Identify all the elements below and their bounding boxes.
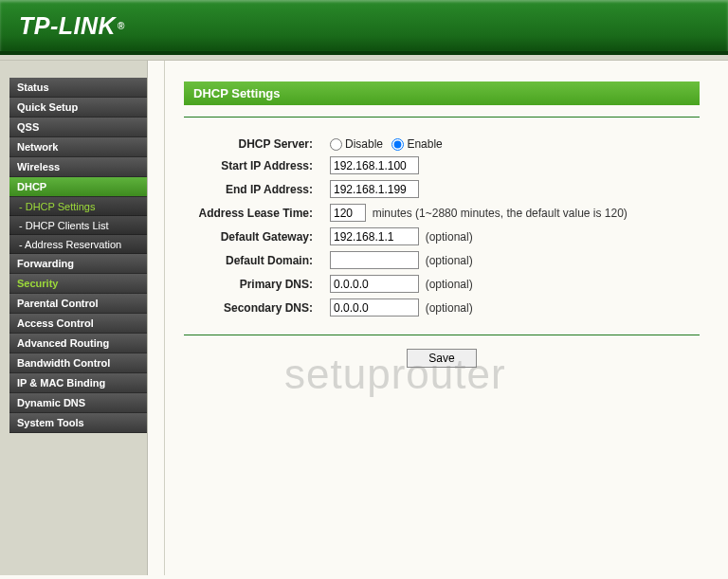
sidebar-sub-address-reservation[interactable]: - Address Reservation (9, 235, 147, 254)
brand-text: TP-LINK (19, 12, 116, 40)
save-button[interactable]: Save (407, 349, 476, 368)
sidebar-item-system-tools[interactable]: System Tools (9, 413, 147, 433)
radio-enable-wrap[interactable]: Enable (391, 137, 442, 151)
column-divider (148, 61, 165, 575)
panel-title: DHCP Settings (184, 81, 700, 105)
label-dhcp-server: DHCP Server: (184, 135, 326, 154)
sidebar-sub-dhcp-settings[interactable]: - DHCP Settings (9, 197, 147, 216)
label-gateway: Default Gateway: (184, 225, 326, 248)
radio-enable-label: Enable (407, 137, 442, 151)
sidebar-item-access-control[interactable]: Access Control (9, 314, 147, 334)
sidebar-item-qss[interactable]: QSS (9, 118, 147, 137)
note-pdns: (optional) (426, 278, 473, 291)
app-header: TP-LINK® (0, 0, 728, 55)
label-start-ip: Start IP Address: (184, 154, 326, 177)
label-pdns: Primary DNS: (184, 272, 326, 296)
sidebar: Status Quick Setup QSS Network Wireless … (0, 61, 148, 575)
input-sdns[interactable] (330, 299, 419, 317)
sidebar-item-advanced-routing[interactable]: Advanced Routing (9, 334, 147, 353)
radio-enable[interactable] (391, 138, 404, 151)
sidebar-item-ip-mac[interactable]: IP & MAC Binding (9, 373, 147, 393)
radio-disable-wrap[interactable]: Disable (330, 137, 383, 151)
input-end-ip[interactable] (330, 180, 419, 198)
label-end-ip: End IP Address: (184, 177, 326, 201)
note-domain: (optional) (426, 254, 473, 267)
note-lease: minutes (1~2880 minutes, the default val… (373, 207, 628, 220)
sidebar-item-dhcp[interactable]: DHCP (9, 177, 147, 197)
panel-divider-top (184, 117, 700, 118)
sidebar-item-network[interactable]: Network (9, 137, 147, 157)
sidebar-item-bandwidth[interactable]: Bandwidth Control (9, 353, 147, 373)
label-lease: Address Lease Time: (184, 201, 326, 225)
input-lease[interactable] (330, 204, 366, 222)
registered-icon: ® (118, 21, 125, 31)
content-panel: DHCP Settings DHCP Server: Disable Enabl… (165, 61, 728, 575)
note-gateway: (optional) (426, 230, 473, 244)
radio-disable[interactable] (330, 138, 342, 151)
sidebar-sub-dhcp-clients[interactable]: - DHCP Clients List (9, 216, 147, 235)
sidebar-item-status[interactable]: Status (9, 78, 147, 98)
input-domain[interactable] (330, 251, 419, 269)
input-gateway[interactable] (330, 227, 419, 245)
sidebar-item-quick-setup[interactable]: Quick Setup (9, 98, 147, 118)
brand-logo: TP-LINK® (19, 12, 125, 40)
main-layout: Status Quick Setup QSS Network Wireless … (0, 61, 728, 575)
input-start-ip[interactable] (330, 156, 419, 174)
input-pdns[interactable] (330, 275, 419, 293)
label-sdns: Secondary DNS: (184, 296, 326, 319)
sidebar-item-security[interactable]: Security (9, 274, 147, 294)
settings-form: DHCP Server: Disable Enable Start IP Add… (184, 135, 700, 319)
panel-divider-bottom (184, 335, 700, 335)
sidebar-item-dynamic-dns[interactable]: Dynamic DNS (9, 393, 147, 413)
sidebar-item-parental[interactable]: Parental Control (9, 294, 147, 314)
sidebar-item-wireless[interactable]: Wireless (9, 157, 147, 177)
label-domain: Default Domain: (184, 248, 326, 272)
sidebar-item-forwarding[interactable]: Forwarding (9, 254, 147, 274)
radio-disable-label: Disable (345, 137, 383, 151)
action-row: Save (184, 349, 700, 368)
note-sdns: (optional) (426, 301, 473, 315)
